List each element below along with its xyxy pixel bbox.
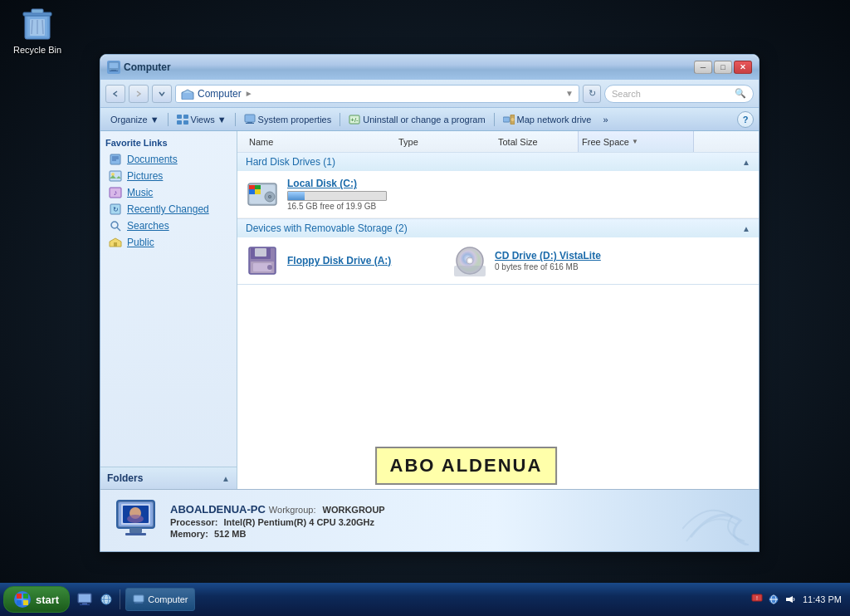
- svg-rect-58: [454, 266, 486, 276]
- recent-button[interactable]: [152, 85, 172, 103]
- sidebar-item-documents[interactable]: Documents: [105, 151, 232, 168]
- svg-rect-15: [177, 120, 182, 125]
- svg-rect-17: [245, 115, 255, 122]
- col-header-free[interactable]: Free Space ▼: [578, 131, 694, 152]
- svg-line-36: [117, 227, 120, 231]
- cd-drive-icon: [453, 244, 486, 277]
- local-disk-icon: [246, 178, 279, 211]
- sidebar-item-pictures[interactable]: Pictures: [105, 168, 232, 184]
- close-button[interactable]: ✕: [734, 61, 752, 74]
- sidebar-item-music[interactable]: ♪ Music: [105, 184, 232, 201]
- favorite-links-section: Favorite Links Documents: [100, 131, 237, 254]
- documents-icon: [109, 153, 122, 166]
- computer-info-icon: [110, 496, 160, 545]
- sidebar-item-searches[interactable]: Searches: [105, 218, 232, 234]
- views-label: Views: [191, 115, 215, 125]
- removable-header[interactable]: Devices with Removable Storage (2) ▲: [237, 219, 759, 237]
- system-properties-button[interactable]: System properties: [239, 110, 337, 129]
- organize-label: Organize: [110, 115, 148, 125]
- local-disk-info: Local Disk (C:) 16.5 GB free of 19.9 GB: [287, 178, 403, 211]
- svg-rect-43: [249, 189, 255, 194]
- documents-label: Documents: [127, 154, 178, 165]
- svg-text:+/-: +/-: [350, 116, 359, 124]
- col-type-label: Type: [398, 137, 418, 147]
- sidebar-item-public[interactable]: Public: [105, 234, 232, 251]
- recently-changed-label: Recently Changed: [127, 203, 209, 215]
- folders-header[interactable]: Folders ▲: [100, 467, 237, 489]
- pictures-icon: [109, 169, 122, 183]
- svg-rect-29: [110, 171, 121, 181]
- processor-label: Processor:: [170, 517, 217, 527]
- ql-ie-icon[interactable]: [96, 589, 116, 609]
- minimize-button[interactable]: ─: [694, 61, 712, 74]
- svg-point-24: [510, 118, 514, 121]
- map-drive-button[interactable]: Map network drive: [498, 110, 597, 129]
- address-content: Computer ►: [181, 88, 562, 100]
- back-button[interactable]: [105, 85, 125, 103]
- computer-taskbar-button[interactable]: Computer: [125, 588, 195, 611]
- svg-point-35: [111, 222, 118, 228]
- public-icon: [109, 236, 122, 249]
- processor-value: Intel(R) Pentium(R) 4 CPU 3.20GHz: [224, 517, 375, 527]
- cd-drive-space-text: 0 bytes free of 616 MB: [495, 262, 611, 271]
- computer-name: ABOALDENUA-PC: [170, 503, 266, 516]
- toolbar-separator-1: [168, 113, 169, 126]
- refresh-button[interactable]: ↻: [583, 85, 601, 103]
- hard-disk-collapse-icon: ▲: [742, 158, 750, 167]
- floppy-info: Floppy Disk Drive (A:): [287, 255, 403, 266]
- sidebar: Favorite Links Documents: [100, 131, 237, 489]
- more-label: »: [603, 115, 608, 125]
- ql-desktop-icon[interactable]: [75, 589, 95, 609]
- col-header-type[interactable]: Type: [395, 131, 495, 152]
- search-bar[interactable]: Search 🔍: [604, 85, 754, 103]
- local-disk-progress-fill: [288, 192, 305, 200]
- maximize-button[interactable]: □: [714, 61, 732, 74]
- tray-volume-icon[interactable]: [784, 593, 797, 606]
- address-bar[interactable]: Computer ► ▼: [175, 85, 579, 103]
- local-disk-item[interactable]: Local Disk (C:) 16.5 GB free of 19.9 GB: [237, 171, 759, 218]
- hard-disk-header[interactable]: Hard Disk Drives (1) ▲: [237, 153, 759, 171]
- quick-launch: [71, 589, 120, 609]
- toolbar-separator-3: [340, 113, 340, 126]
- help-button[interactable]: ?: [737, 111, 754, 128]
- floppy-icon: [246, 244, 279, 277]
- search-icon[interactable]: 🔍: [735, 88, 746, 99]
- tray-security-icon[interactable]: !: [750, 593, 764, 606]
- memory-label: Memory:: [170, 529, 208, 539]
- address-path: Computer: [198, 88, 242, 100]
- main-area: Favorite Links Documents: [100, 131, 759, 489]
- svg-rect-3: [32, 9, 43, 13]
- tray-network-icon[interactable]: [767, 593, 780, 606]
- forward-button[interactable]: [129, 85, 149, 103]
- organize-button[interactable]: Organize ▼: [105, 110, 164, 129]
- map-drive-label: Map network drive: [517, 115, 592, 125]
- col-free-arrow: ▼: [632, 138, 638, 145]
- recycle-bin-icon[interactable]: Recycle Bin: [8, 4, 66, 55]
- start-button[interactable]: start: [3, 586, 70, 613]
- uninstall-button[interactable]: +/- Uninstall or change a program: [344, 110, 490, 129]
- svg-rect-41: [249, 185, 255, 189]
- column-headers: Name Type Total Size Free Space ▼: [237, 131, 759, 153]
- toolbar: Organize ▼ Views ▼: [100, 108, 759, 131]
- views-button[interactable]: Views ▼: [172, 110, 232, 129]
- processor-stat: Processor: Intel(R) Pentium(R) 4 CPU 3.2…: [170, 517, 672, 527]
- address-dropdown-arrow[interactable]: ▼: [565, 89, 574, 98]
- desktop: Recycle Bin Computer ─ □ ✕: [0, 0, 850, 616]
- svg-point-64: [127, 515, 144, 523]
- system-properties-label: System properties: [258, 115, 332, 125]
- pictures-label: Pictures: [127, 170, 163, 182]
- removable-collapse-icon: ▲: [742, 224, 750, 233]
- more-button[interactable]: »: [598, 110, 613, 129]
- cd-drive-name: CD Drive (D:) VistaLite: [495, 250, 611, 262]
- col-header-name[interactable]: Name: [246, 131, 395, 152]
- col-header-total[interactable]: Total Size: [495, 131, 578, 152]
- cd-drive-item[interactable]: CD Drive (D:) VistaLite 0 bytes free of …: [453, 244, 661, 277]
- svg-point-53: [267, 265, 272, 270]
- floppy-item[interactable]: Floppy Disk Drive (A:): [246, 244, 428, 277]
- sidebar-item-recently-changed[interactable]: ↻ Recently Changed: [105, 201, 232, 218]
- watermark-text: ABO ALDENUA: [390, 455, 543, 476]
- window-icon: [107, 61, 120, 74]
- svg-rect-82: [134, 603, 143, 604]
- workgroup-label: Workgroup:: [269, 505, 316, 515]
- recently-changed-icon: ↻: [109, 203, 122, 216]
